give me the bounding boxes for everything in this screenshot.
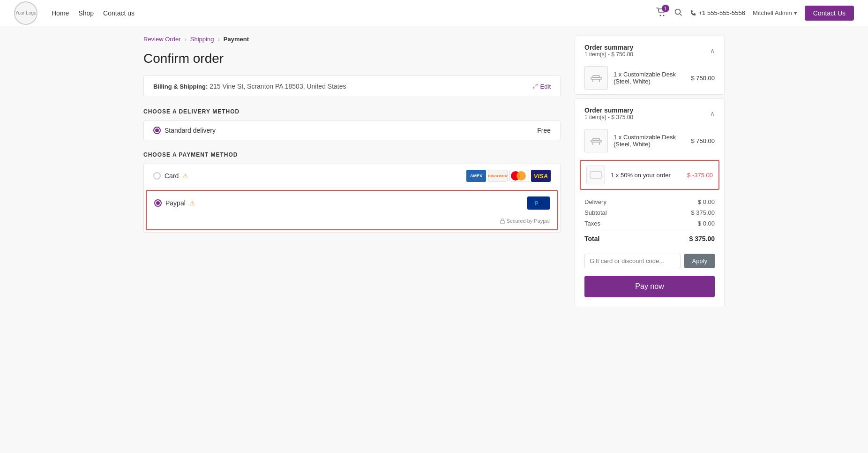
billing-info: Billing & Shipping: 215 Vine St, Scranto… bbox=[153, 83, 346, 90]
discount-code-row: Apply bbox=[575, 254, 724, 276]
billing-address: 215 Vine St, Scranton PA 18503, United S… bbox=[210, 83, 346, 90]
card-radio bbox=[153, 172, 161, 180]
delivery-radio-selected bbox=[153, 127, 161, 134]
desk-icon-1 bbox=[589, 71, 603, 85]
item-thumb-2 bbox=[584, 129, 608, 152]
nav-contact[interactable]: Contact us bbox=[103, 9, 135, 17]
discount-name: 1 x 50% on your order bbox=[611, 172, 681, 179]
edit-icon bbox=[533, 83, 539, 89]
taxes-label: Taxes bbox=[584, 220, 600, 227]
desk-icon-2 bbox=[589, 134, 603, 148]
billing-label: Billing & Shipping: bbox=[153, 83, 208, 90]
taxes-value: $ 0.00 bbox=[698, 220, 715, 227]
admin-chevron-icon: ▾ bbox=[794, 9, 797, 16]
paypal-label: Paypal bbox=[165, 199, 186, 207]
order-item-1: 1 x Customizable Desk (Steel, White) $ 7… bbox=[575, 61, 724, 94]
total-value: $ 375.00 bbox=[689, 235, 715, 242]
svg-rect-12 bbox=[590, 172, 601, 178]
order-summary-subtitle-2: 1 item(s) - $ 375.00 bbox=[584, 114, 633, 121]
paypal-radio bbox=[154, 199, 162, 207]
admin-menu[interactable]: Mitchell Admin ▾ bbox=[753, 9, 797, 16]
left-content: Review Order › Shipping › Payment Confir… bbox=[143, 36, 561, 307]
order-summary-title-1: Order summary bbox=[584, 44, 633, 51]
payment-card: Card ⚠ AMEX DISCOVER VISA bbox=[143, 164, 561, 233]
order-summary-2-chevron-icon[interactable]: ∧ bbox=[710, 110, 715, 117]
contact-us-button[interactable]: Contact Us bbox=[805, 6, 854, 21]
payment-section: CHOOSE A PAYMENT METHOD Card ⚠ AMEX DISC… bbox=[143, 151, 561, 233]
header-right: 1 +1 555-555-5556 Mitchell Admin ▾ Conta… bbox=[656, 6, 854, 21]
cart-button[interactable]: 1 bbox=[656, 8, 666, 18]
delivery-option-left: Standard delivery bbox=[153, 127, 216, 134]
card-logos: AMEX DISCOVER VISA bbox=[466, 170, 551, 182]
page-title: Confirm order bbox=[143, 51, 561, 66]
svg-rect-3 bbox=[501, 220, 504, 224]
pay-now-button[interactable]: Pay now bbox=[584, 276, 715, 297]
delivery-label: Delivery bbox=[584, 198, 606, 205]
card-warn-icon: ⚠ bbox=[182, 172, 188, 180]
price-rows: Delivery $ 0.00 Subtotal $ 375.00 Taxes … bbox=[575, 193, 724, 254]
admin-label: Mitchell Admin bbox=[753, 9, 792, 16]
breadcrumb-sep-2: › bbox=[217, 36, 219, 43]
search-button[interactable] bbox=[674, 8, 682, 18]
discover-logo: DISCOVER bbox=[488, 170, 508, 182]
edit-billing-button[interactable]: Edit bbox=[533, 83, 551, 90]
phone-display: +1 555-555-5556 bbox=[690, 9, 745, 16]
delivery-section: CHOOSE A DELIVERY METHOD Standard delive… bbox=[143, 108, 561, 140]
order-summary-subtitle-1: 1 item(s) - $ 750.00 bbox=[584, 51, 633, 58]
apply-button[interactable]: Apply bbox=[684, 254, 715, 268]
payment-option-card[interactable]: Card ⚠ AMEX DISCOVER VISA bbox=[144, 164, 560, 188]
discount-price: $ -375.00 bbox=[687, 172, 713, 179]
main-container: Review Order › Shipping › Payment Confir… bbox=[129, 26, 739, 317]
svg-point-2 bbox=[675, 9, 680, 14]
breadcrumb-review-order[interactable]: Review Order bbox=[143, 36, 180, 43]
breadcrumb: Review Order › Shipping › Payment bbox=[143, 36, 561, 43]
card-label: Card bbox=[165, 172, 179, 180]
price-row-total: Total $ 375.00 bbox=[584, 235, 715, 242]
total-label: Total bbox=[584, 235, 599, 242]
svg-rect-9 bbox=[593, 138, 599, 140]
price-row-delivery: Delivery $ 0.00 bbox=[584, 198, 715, 205]
paypal-button[interactable]: PP bbox=[527, 196, 550, 210]
delivery-option-standard[interactable]: Standard delivery Free bbox=[143, 121, 561, 140]
paypal-option-container[interactable]: Paypal ⚠ PP Secured by Paypal bbox=[146, 190, 558, 230]
price-row-taxes: Taxes $ 0.00 bbox=[584, 220, 715, 227]
order-summary-card-1: Order summary 1 item(s) - $ 750.00 ∧ 1 x… bbox=[575, 36, 725, 95]
header: Your Logo Home Shop Contact us 1 +1 55 bbox=[0, 0, 868, 26]
svg-rect-5 bbox=[593, 76, 599, 77]
breadcrumb-shipping[interactable]: Shipping bbox=[190, 36, 214, 43]
logo: Your Logo bbox=[14, 1, 37, 25]
right-sidebar: Order summary 1 item(s) - $ 750.00 ∧ 1 x… bbox=[575, 36, 725, 307]
phone-icon bbox=[690, 10, 696, 16]
item-price-2: $ 750.00 bbox=[691, 137, 715, 144]
breadcrumb-payment: Payment bbox=[224, 36, 249, 43]
nav-shop[interactable]: Shop bbox=[78, 9, 94, 17]
order-summary-header-2: Order summary 1 item(s) - $ 375.00 ∧ bbox=[575, 99, 724, 124]
order-summary-title-2: Order summary bbox=[584, 106, 633, 114]
subtotal-label: Subtotal bbox=[584, 209, 607, 216]
svg-point-1 bbox=[663, 15, 664, 16]
item-thumb-1 bbox=[584, 66, 608, 90]
delivery-value: $ 0.00 bbox=[698, 198, 715, 205]
divider bbox=[584, 231, 715, 231]
order-summary-1-chevron-icon[interactable]: ∧ bbox=[710, 47, 715, 54]
mastercard-logo bbox=[509, 170, 529, 182]
order-summary-card-2: Order summary 1 item(s) - $ 375.00 ∧ 1 x… bbox=[575, 98, 725, 307]
phone-number: +1 555-555-5556 bbox=[699, 9, 745, 16]
discount-thumb bbox=[586, 166, 605, 184]
subtotal-value: $ 375.00 bbox=[691, 209, 715, 216]
cart-badge: 1 bbox=[662, 5, 669, 12]
card-option-left: Card ⚠ bbox=[153, 172, 188, 180]
delivery-option-price: Free bbox=[537, 127, 551, 134]
nav-home[interactable]: Home bbox=[52, 9, 69, 17]
svg-point-0 bbox=[659, 15, 661, 16]
order-summary-header-1: Order summary 1 item(s) - $ 750.00 ∧ bbox=[575, 36, 724, 61]
payment-section-header: CHOOSE A PAYMENT METHOD bbox=[143, 151, 561, 158]
nav-links: Home Shop Contact us bbox=[52, 9, 135, 17]
delivery-section-header: CHOOSE A DELIVERY METHOD bbox=[143, 108, 561, 115]
item-name-1: 1 x Customizable Desk (Steel, White) bbox=[614, 71, 685, 85]
discount-input[interactable] bbox=[584, 254, 681, 268]
order-item-2: 1 x Customizable Desk (Steel, White) $ 7… bbox=[575, 124, 724, 157]
breadcrumb-sep-1: › bbox=[184, 36, 186, 43]
discount-icon bbox=[589, 168, 603, 182]
paypal-warn-icon: ⚠ bbox=[189, 199, 195, 207]
